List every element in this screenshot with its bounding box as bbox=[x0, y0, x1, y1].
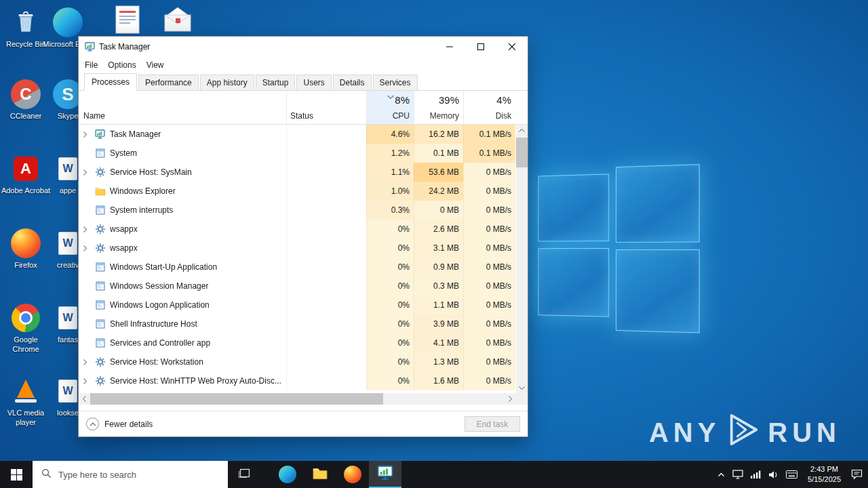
scroll-left-arrow-icon[interactable] bbox=[79, 393, 90, 405]
expand-chevron-icon[interactable] bbox=[83, 378, 90, 385]
cpu-total-percent: 8% bbox=[395, 94, 410, 106]
process-row[interactable]: Windows Session Manager0%0.3 MB0 MB/s bbox=[79, 277, 528, 296]
taskbar-firefox-button[interactable] bbox=[336, 461, 369, 488]
process-status-cell bbox=[286, 352, 366, 371]
process-name-cell[interactable]: wsappx bbox=[79, 220, 286, 239]
maximize-button[interactable] bbox=[465, 37, 496, 57]
process-name: Service Host: SysMain bbox=[110, 167, 192, 177]
expand-chevron-icon[interactable] bbox=[83, 245, 90, 252]
column-header-disk[interactable]: 4% Disk bbox=[463, 91, 515, 124]
expand-chevron-icon[interactable] bbox=[83, 131, 90, 138]
process-row[interactable]: Service Host: Workstation0%1.3 MB0 MB/s bbox=[79, 352, 528, 371]
tab-app-history[interactable]: App history bbox=[200, 75, 254, 90]
taskbar-task-manager-button[interactable] bbox=[369, 461, 401, 488]
tab-processes[interactable]: Processes bbox=[84, 73, 137, 91]
desktop-icon-envelope[interactable] bbox=[152, 4, 203, 37]
end-task-button[interactable]: End task bbox=[465, 416, 520, 432]
process-name: wsappx bbox=[110, 243, 138, 253]
process-name-cell[interactable]: System bbox=[79, 144, 286, 163]
close-button[interactable] bbox=[496, 37, 528, 57]
touch-keyboard-tray-keyboard-icon[interactable] bbox=[786, 470, 797, 479]
process-name-cell[interactable]: Service Host: SysMain bbox=[79, 163, 286, 182]
process-name-cell[interactable]: Service Host: Workstation bbox=[79, 352, 286, 371]
fewer-details-button[interactable]: Fewer details bbox=[86, 418, 153, 430]
taskbar-file-explorer-button[interactable] bbox=[304, 461, 336, 488]
desktop-icon-document[interactable] bbox=[102, 4, 153, 37]
action-center-button[interactable] bbox=[851, 469, 863, 480]
horizontal-scroll-thumb[interactable] bbox=[90, 393, 383, 405]
search-input[interactable]: Type here to search bbox=[33, 461, 228, 488]
edge-icon bbox=[42, 7, 94, 38]
process-name-cell[interactable]: Shell Infrastructure Host bbox=[79, 314, 286, 333]
horizontal-scroll-track[interactable] bbox=[90, 393, 505, 405]
process-row[interactable]: Services and Controller app0%4.1 MB0 MB/… bbox=[79, 333, 528, 352]
column-header-cpu[interactable]: 8% CPU bbox=[366, 91, 414, 124]
menu-file[interactable]: File bbox=[85, 60, 104, 70]
taskbar-clock[interactable]: 2:43 PM 5/15/2025 bbox=[805, 464, 844, 485]
process-name: Windows Logon Application bbox=[110, 300, 210, 310]
vertical-scrollbar[interactable] bbox=[516, 125, 528, 393]
process-row[interactable]: System1.2%0.1 MB0.1 MB/s bbox=[79, 144, 528, 163]
menu-options[interactable]: Options bbox=[108, 60, 142, 70]
wallpaper-pane bbox=[538, 248, 609, 317]
vertical-scroll-thumb[interactable] bbox=[516, 138, 528, 167]
process-name: Windows Start-Up Application bbox=[110, 262, 217, 272]
process-list: Task Manager4.6%16.2 MB0.1 MB/sSystem1.2… bbox=[79, 125, 528, 393]
process-row[interactable]: System interrupts0.3%0 MB0 MB/s bbox=[79, 201, 528, 220]
process-row[interactable]: Task Manager4.6%16.2 MB0.1 MB/s bbox=[79, 125, 528, 144]
column-header-status[interactable]: Status bbox=[286, 91, 366, 124]
process-name: Windows Explorer bbox=[110, 186, 176, 196]
tab-users[interactable]: Users bbox=[296, 75, 331, 90]
scroll-right-arrow-icon[interactable] bbox=[505, 393, 516, 405]
process-row[interactable]: Windows Start-Up Application0%0.9 MB0 MB… bbox=[79, 258, 528, 277]
tab-details[interactable]: Details bbox=[333, 75, 372, 90]
process-cpu-cell: 0.3% bbox=[366, 201, 414, 220]
title-bar[interactable]: Task Manager bbox=[79, 37, 528, 57]
volume-tray-speaker-icon[interactable] bbox=[768, 470, 778, 479]
scroll-up-arrow-icon[interactable] bbox=[516, 125, 528, 136]
horizontal-scrollbar[interactable] bbox=[79, 393, 528, 405]
process-name-cell[interactable]: wsappx bbox=[79, 239, 286, 258]
process-row[interactable]: Shell Infrastructure Host0%3.9 MB0 MB/s bbox=[79, 314, 528, 333]
network-tray-network-icon[interactable] bbox=[751, 470, 761, 479]
taskbar-task-view-button[interactable] bbox=[228, 461, 260, 488]
process-name-cell[interactable]: Windows Explorer bbox=[79, 182, 286, 201]
process-name-cell[interactable]: Services and Controller app bbox=[79, 333, 286, 352]
process-row[interactable]: Service Host: WinHTTP Web Proxy Auto-Dis… bbox=[79, 371, 528, 390]
process-name-cell[interactable]: Windows Session Manager bbox=[79, 277, 286, 296]
tab-startup[interactable]: Startup bbox=[256, 75, 296, 90]
taskbar-edge-button[interactable] bbox=[271, 461, 304, 488]
column-header-memory[interactable]: 39% Memory bbox=[414, 91, 463, 124]
hidden-icons-tray-chevron-up-icon[interactable] bbox=[717, 472, 725, 477]
process-name-cell[interactable]: Task Manager bbox=[79, 125, 286, 144]
tab-performance[interactable]: Performance bbox=[138, 75, 199, 90]
process-row[interactable]: Windows Explorer1.0%24.2 MB0 MB/s bbox=[79, 182, 528, 201]
process-disk-cell: 0 MB/s bbox=[463, 333, 515, 352]
display-tray-monitor-icon[interactable] bbox=[732, 470, 743, 479]
process-name-cell[interactable]: System interrupts bbox=[79, 201, 286, 220]
expand-chevron-icon[interactable] bbox=[83, 226, 90, 233]
process-row[interactable]: wsappx0%3.1 MB0 MB/s bbox=[79, 239, 528, 258]
menu-view[interactable]: View bbox=[146, 60, 170, 70]
start-button[interactable] bbox=[0, 461, 33, 488]
window-icon bbox=[94, 205, 106, 215]
expand-chevron-icon[interactable] bbox=[83, 359, 90, 366]
document-icon bbox=[102, 4, 153, 35]
minimize-button[interactable] bbox=[434, 37, 465, 57]
scroll-down-arrow-icon[interactable] bbox=[516, 382, 528, 393]
process-status-cell bbox=[286, 182, 366, 201]
envelope-icon bbox=[152, 4, 203, 35]
process-name-cell[interactable]: Service Host: WinHTTP Web Proxy Auto-Dis… bbox=[79, 371, 286, 390]
process-row[interactable]: Windows Logon Application0%1.1 MB0 MB/s bbox=[79, 296, 528, 314]
process-cpu-cell: 0% bbox=[366, 352, 414, 371]
tab-services[interactable]: Services bbox=[373, 75, 418, 90]
column-header-name[interactable]: Name bbox=[79, 91, 286, 124]
expand-chevron-icon[interactable] bbox=[83, 169, 90, 176]
process-name: System interrupts bbox=[110, 205, 173, 215]
process-cpu-cell: 0% bbox=[366, 314, 414, 333]
process-name-cell[interactable]: Windows Logon Application bbox=[79, 296, 286, 314]
process-disk-cell: 0 MB/s bbox=[463, 314, 515, 333]
process-name-cell[interactable]: Windows Start-Up Application bbox=[79, 258, 286, 277]
process-row[interactable]: Service Host: SysMain1.1%53.6 MB0 MB/s bbox=[79, 163, 528, 182]
process-row[interactable]: wsappx0%2.6 MB0 MB/s bbox=[79, 220, 528, 239]
